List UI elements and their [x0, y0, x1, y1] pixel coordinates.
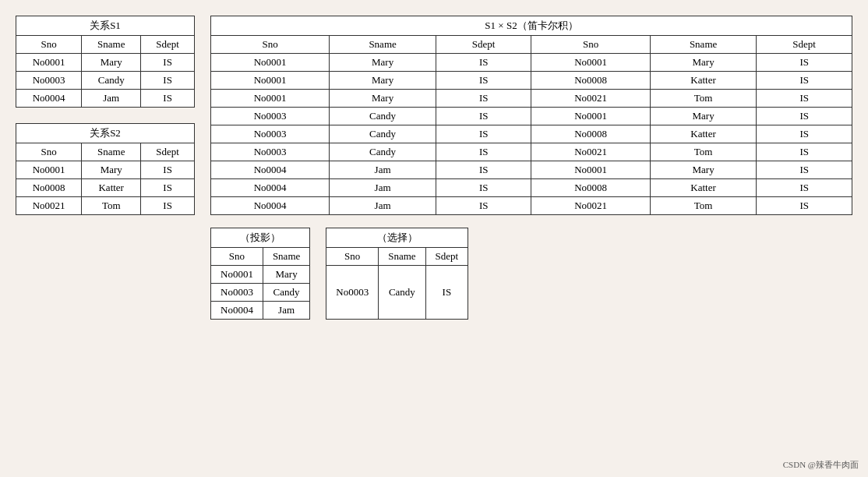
csdn-label: CSDN @辣香牛肉面	[783, 459, 859, 471]
table-row: No0021TomIS	[16, 197, 195, 215]
right-panel: S1 × S2（笛卡尔积） SnoSnameSdeptSnoSnameSdept…	[210, 16, 852, 320]
selection-header-sdept: Sdept	[425, 248, 468, 266]
page-container: 关系S1 Sno Sname Sdept No0001MaryISNo0003C…	[16, 16, 852, 320]
table-row: No0004JamIS	[16, 90, 195, 108]
table-row: No0004JamISNo0008KatterIS	[211, 179, 852, 197]
table-s1: 关系S1 Sno Sname Sdept No0001MaryISNo0003C…	[16, 16, 195, 108]
table-row: No0004Jam	[211, 302, 310, 320]
selection-header-sname: Sname	[379, 248, 425, 266]
table-row: No0003CandyISNo0008KatterIS	[211, 125, 852, 143]
left-panel: 关系S1 Sno Sname Sdept No0001MaryISNo0003C…	[16, 16, 195, 320]
table-selection: （选择） Sno Sname Sdept No0003CandyIS	[326, 228, 468, 320]
s1-title: 关系S1	[16, 16, 195, 36]
s2-title: 关系S2	[16, 124, 195, 143]
s1-header-sname: Sname	[82, 36, 141, 54]
s1-header-sdept: Sdept	[141, 36, 195, 54]
table-row: No0003CandyISNo0001MaryIS	[211, 108, 852, 125]
table-row: No0003Candy	[211, 284, 310, 302]
table-row: No0001MaryISNo0008KatterIS	[211, 72, 852, 90]
table-projection: （投影） Sno Sname No0001MaryNo0003CandyNo00…	[210, 228, 310, 320]
table-row: No0003CandyIS	[16, 72, 195, 90]
selection-title: （选择）	[326, 228, 468, 248]
table-s2: 关系S2 Sno Sname Sdept No0001MaryISNo0008K…	[16, 123, 195, 215]
projection-header-sno: Sno	[211, 248, 263, 266]
right-bottom: （投影） Sno Sname No0001MaryNo0003CandyNo00…	[210, 228, 852, 320]
projection-header-sname: Sname	[263, 248, 309, 266]
table-row: No0004JamISNo0001MaryIS	[211, 161, 852, 179]
selection-header-sno: Sno	[326, 248, 379, 266]
table-row: No0008KatterIS	[16, 179, 195, 197]
s2-header-sno: Sno	[16, 143, 82, 161]
table-row: No0001MaryIS	[16, 161, 195, 179]
projection-title: （投影）	[211, 228, 310, 248]
s2-header-sdept: Sdept	[141, 143, 195, 161]
s1-header-sno: Sno	[16, 36, 82, 54]
table-row: No0003CandyIS	[326, 266, 468, 320]
table-row: No0001MaryISNo0001MaryIS	[211, 54, 852, 72]
table-cartesian: S1 × S2（笛卡尔积） SnoSnameSdeptSnoSnameSdept…	[210, 16, 852, 215]
table-row: No0003CandyISNo0021TomIS	[211, 143, 852, 161]
cartesian-title: S1 × S2（笛卡尔积）	[211, 16, 852, 36]
table-row: No0004JamISNo0021TomIS	[211, 197, 852, 215]
table-row: No0001Mary	[211, 266, 310, 284]
s2-header-sname: Sname	[82, 143, 141, 161]
table-row: No0001MaryISNo0021TomIS	[211, 90, 852, 108]
table-row: No0001MaryIS	[16, 54, 195, 72]
